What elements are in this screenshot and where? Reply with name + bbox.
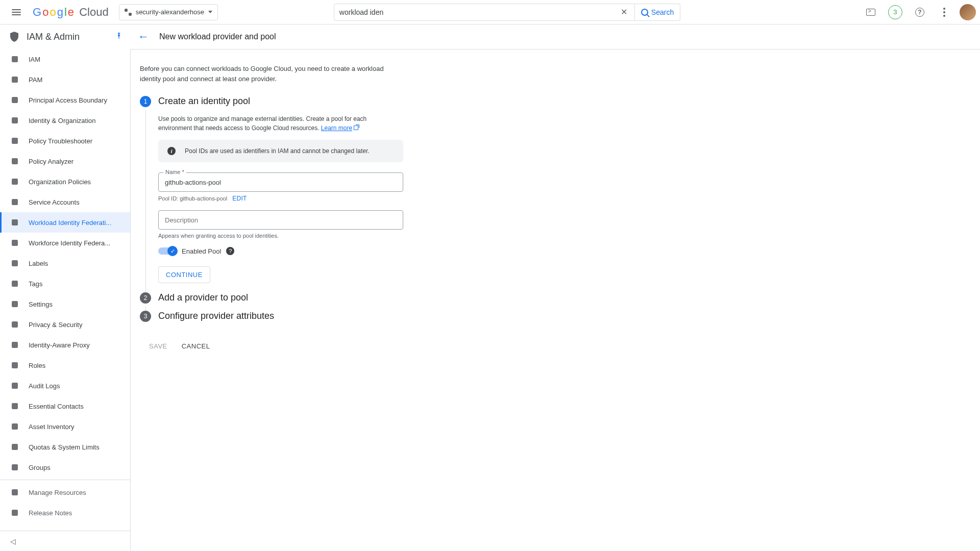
help-button[interactable]: ? <box>911 3 929 21</box>
search-button-label: Search <box>651 8 674 16</box>
name-field: Name * <box>158 172 403 192</box>
product-bar: IAM & Admin ← New workload provider and … <box>0 24 980 49</box>
svg-rect-1 <box>12 77 18 83</box>
sidebar-item-workforce[interactable]: Workforce Identity Federa... <box>0 233 130 253</box>
search-box[interactable]: ✕ <box>334 4 635 21</box>
cloud-logo[interactable]: Google Cloud <box>33 6 109 19</box>
free-trial-badge[interactable]: 3 <box>886 3 904 21</box>
sidebar-item-quotas[interactable]: Quotas & System Limits <box>0 437 130 457</box>
search-input[interactable] <box>339 8 619 16</box>
sidebar-item-label: PAM <box>29 76 42 84</box>
sidebar-item-wif[interactable]: Workload Identity Federati... <box>0 212 130 233</box>
shield-icon <box>8 31 20 43</box>
org-icon <box>10 177 19 186</box>
pin-icon[interactable] <box>115 32 122 42</box>
sidebar-item-pam[interactable]: PAM <box>0 69 130 90</box>
settings-icon <box>10 299 19 309</box>
main-menu-button[interactable] <box>4 0 29 24</box>
project-icon <box>125 9 132 16</box>
step-2-header[interactable]: 2 Add a provider to pool <box>140 292 437 304</box>
sidebar-item-identity[interactable]: Identity & Organization <box>0 110 130 131</box>
enabled-label: Enabled Pool <box>182 247 221 255</box>
collapse-sidebar[interactable]: ◁ <box>0 531 130 551</box>
learn-more-link[interactable]: Learn more <box>321 124 359 132</box>
sidebar-item-wrench[interactable]: Policy Troubleshooter <box>0 131 130 151</box>
vertical-dots-icon <box>943 8 945 17</box>
nav-scroll[interactable]: IAMPAMPrincipal Access BoundaryIdentity … <box>0 49 130 531</box>
svg-rect-13 <box>12 321 18 328</box>
step-3-header[interactable]: 3 Configure provider attributes <box>140 311 437 322</box>
description-field <box>158 210 403 230</box>
edit-pool-id[interactable]: EDIT <box>232 195 247 202</box>
sidebar-item-org[interactable]: Organization Policies <box>0 171 130 192</box>
wrench-icon <box>10 136 19 145</box>
info-text: Pool IDs are used as identifiers in IAM … <box>185 147 370 155</box>
description-input[interactable] <box>158 210 403 230</box>
layout: IAMPAMPrincipal Access BoundaryIdentity … <box>0 49 980 551</box>
roles-icon <box>10 361 19 370</box>
back-arrow-icon[interactable]: ← <box>138 30 149 43</box>
sidebar-item-boundary[interactable]: Principal Access Boundary <box>0 90 130 110</box>
enabled-toggle-row: ✓ Enabled Pool ? <box>158 247 437 255</box>
sidebar-item-label: Groups <box>29 464 51 471</box>
continue-button[interactable]: CONTINUE <box>158 266 210 283</box>
sidebar-item-label: Tags <box>29 280 42 288</box>
step-2-title: Add a provider to pool <box>158 292 248 304</box>
sidebar-item-groups[interactable]: Groups <box>0 457 130 478</box>
iap-icon <box>10 340 19 349</box>
external-link-icon <box>354 124 359 130</box>
sidebar-item-asset[interactable]: Asset Inventory <box>0 416 130 437</box>
step-2-body <box>145 307 437 311</box>
svg-rect-8 <box>12 219 18 226</box>
identity-icon <box>10 116 19 125</box>
sidebar-item-analyzer[interactable]: Policy Analyzer <box>0 151 130 171</box>
enabled-help-icon[interactable]: ? <box>226 247 234 255</box>
sidebar-item-iam[interactable]: IAM <box>0 49 130 69</box>
sidebar-item-roles[interactable]: Roles <box>0 355 130 375</box>
sidebar-item-iap[interactable]: Identity-Aware Proxy <box>0 335 130 355</box>
sidebar-item-label: Organization Policies <box>29 178 91 186</box>
sidebar-item-tags[interactable]: Tags <box>0 273 130 294</box>
sidebar-footer-item[interactable]: Manage Resources <box>0 482 130 503</box>
sidebar-footer-item[interactable]: Release Notes <box>0 503 130 523</box>
account-avatar[interactable] <box>960 4 976 20</box>
footer-buttons: SAVE CANCEL <box>149 342 437 350</box>
service-icon <box>10 197 19 207</box>
doc-icon <box>10 488 19 497</box>
step-3-title: Configure provider attributes <box>158 311 274 322</box>
sidebar-item-label: Privacy & Security <box>29 321 82 329</box>
sidebar-item-label: Settings <box>29 300 53 308</box>
step-1-badge: 1 <box>140 96 151 107</box>
sidebar-item-labels[interactable]: Labels <box>0 253 130 273</box>
pool-id-row: Pool ID: github-actions-pool EDIT <box>158 195 437 202</box>
step-1-header: 1 Create an identity pool <box>140 96 437 107</box>
sidebar-item-settings[interactable]: Settings <box>0 294 130 314</box>
svg-rect-16 <box>12 383 18 389</box>
check-icon: ✓ <box>170 248 175 255</box>
name-input[interactable] <box>158 172 403 192</box>
sidebar-item-privacy[interactable]: Privacy & Security <box>0 314 130 335</box>
cloud-shell-button[interactable] <box>862 3 880 21</box>
project-picker[interactable]: security-alexanderhose <box>119 4 218 20</box>
svg-rect-6 <box>12 179 18 185</box>
chevron-down-icon <box>208 11 212 13</box>
cancel-button[interactable]: CANCEL <box>182 342 210 350</box>
sidebar-item-logs[interactable]: Audit Logs <box>0 375 130 396</box>
save-button: SAVE <box>149 342 167 350</box>
svg-rect-15 <box>12 362 18 368</box>
sidebar-item-label: IAM <box>29 56 40 63</box>
wif-icon <box>10 218 19 227</box>
sidebar-item-label: Service Accounts <box>29 198 80 206</box>
clear-search-icon[interactable]: ✕ <box>619 7 629 17</box>
svg-rect-18 <box>12 423 18 430</box>
step-1-body: Use pools to organize and manage externa… <box>145 110 437 292</box>
project-name: security-alexanderhose <box>136 8 204 16</box>
enabled-toggle[interactable]: ✓ <box>158 247 177 255</box>
contacts-icon <box>10 402 19 411</box>
search-button[interactable]: Search <box>635 4 680 21</box>
sidebar-item-contacts[interactable]: Essential Contacts <box>0 396 130 416</box>
more-button[interactable] <box>935 3 953 21</box>
sidebar-item-label: Audit Logs <box>29 382 60 390</box>
sidebar-item-service[interactable]: Service Accounts <box>0 192 130 212</box>
svg-rect-3 <box>12 117 18 123</box>
